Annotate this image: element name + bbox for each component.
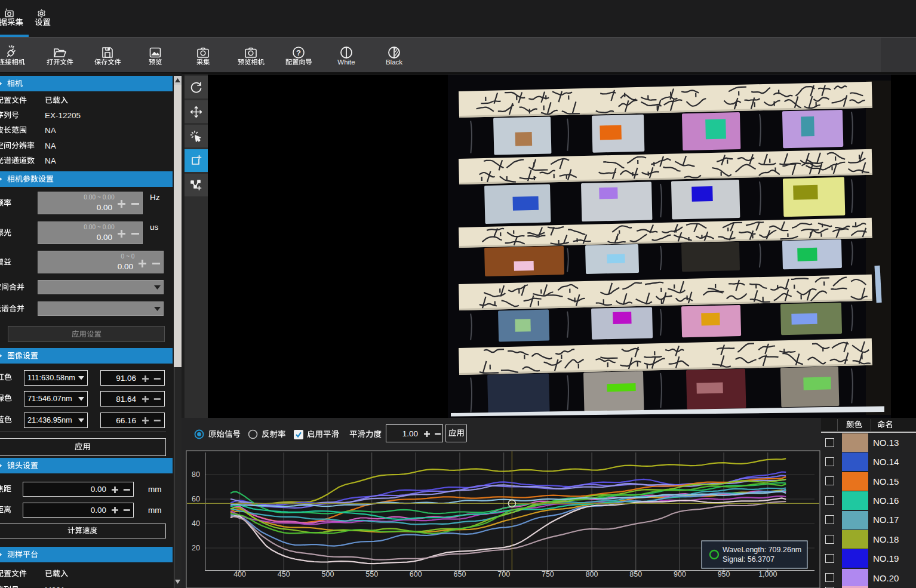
svg-text:400: 400 <box>233 570 246 578</box>
svg-text:600: 600 <box>410 570 422 578</box>
svg-text:550: 550 <box>365 570 378 578</box>
svg-text:450: 450 <box>278 570 290 578</box>
svg-text:80: 80 <box>192 470 200 479</box>
svg-text:700: 700 <box>497 570 510 578</box>
svg-text:500: 500 <box>322 570 334 578</box>
svg-text:20: 20 <box>192 544 200 552</box>
svg-text:900: 900 <box>674 570 686 578</box>
svg-text:650: 650 <box>454 570 466 578</box>
svg-text:Signal: 56.3707: Signal: 56.3707 <box>723 555 774 564</box>
svg-text:40: 40 <box>192 519 200 528</box>
svg-text:850: 850 <box>629 570 642 578</box>
svg-text:950: 950 <box>718 570 730 578</box>
svg-text:60: 60 <box>192 495 200 503</box>
svg-text:WaveLength: 709.26nm: WaveLength: 709.26nm <box>723 546 801 554</box>
svg-text:1,000: 1,000 <box>758 570 777 578</box>
svg-text:800: 800 <box>586 570 598 578</box>
svg-text:750: 750 <box>542 570 554 578</box>
svg-text:?: ? <box>296 48 301 57</box>
